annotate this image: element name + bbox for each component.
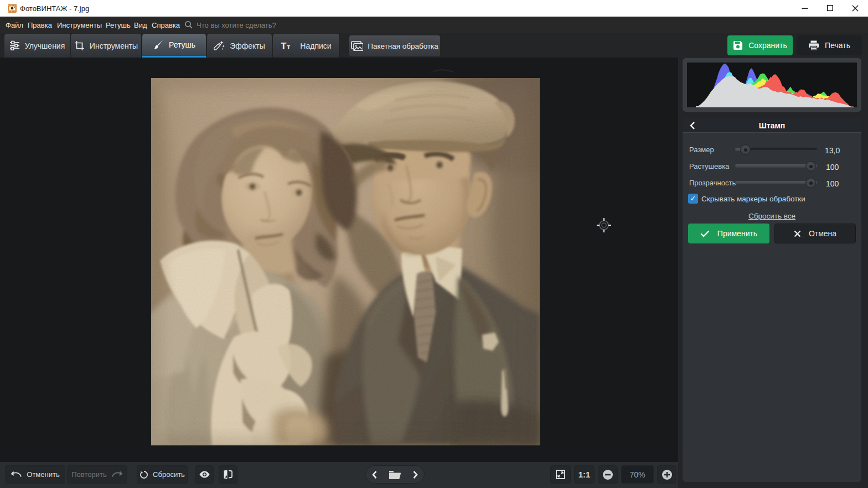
svg-text:T: T: [281, 41, 287, 51]
svg-text:т: т: [287, 43, 290, 51]
